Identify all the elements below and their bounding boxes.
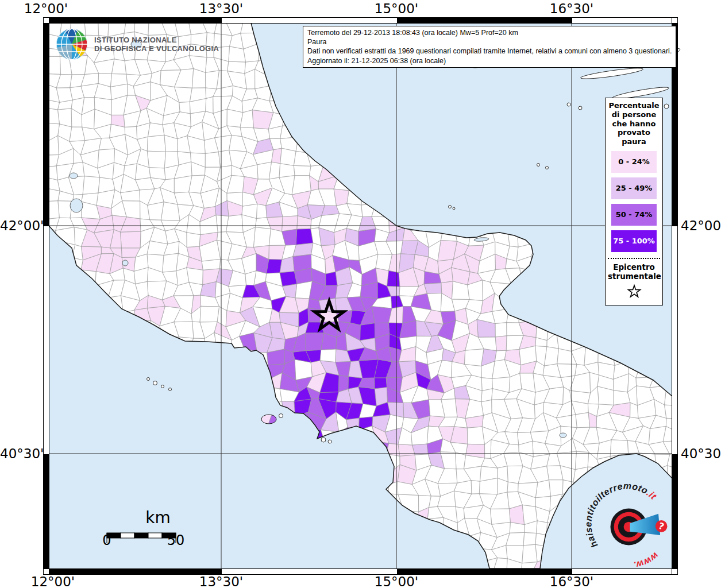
- ingv-wordmark-line1: ISTITUTO NAZIONALE: [94, 36, 219, 44]
- axis-label-left-4030: 40°30': [0, 446, 40, 461]
- legend-title: di persone: [608, 110, 660, 119]
- legend-swatch-25-49: 25 - 49%: [611, 177, 657, 199]
- legend-epicenter-label: Epicentro: [608, 262, 660, 272]
- earthquake-info-box: Terremoto del 29-12-2013 18:08:43 (ora l…: [303, 26, 676, 68]
- ingv-wordmark-line2: DI GEOFISICA E VULCANOLOGIA: [94, 44, 219, 53]
- axis-label-bottom-1630: 16°30': [550, 574, 593, 588]
- haisentitoilterremoto-logo: ? haisentitoilterremoto.it www.: [583, 481, 677, 575]
- ingv-globe-icon: [55, 27, 89, 61]
- scale-bar-unit: km: [109, 508, 207, 527]
- axis-label-bottom-1330: 13°30': [199, 574, 243, 588]
- scale-bar-graphic: [92, 528, 224, 546]
- legend-title: provato: [608, 128, 660, 137]
- axis-label-bottom-1500: 15°00': [375, 574, 418, 588]
- legend-title: paura: [608, 137, 660, 146]
- frame-corner: [43, 17, 49, 24]
- axis-label-right-42: 42°00': [681, 218, 721, 233]
- axis-label-top-12: 12°00': [24, 1, 68, 16]
- legend-swatch-0-24: 0 - 24%: [611, 151, 657, 173]
- frame-band-left: [43, 17, 49, 575]
- legend-epicenter-label: strumentale: [608, 272, 660, 281]
- logo-www-text: www.: [633, 551, 660, 570]
- ingv-wordmark: ISTITUTO NAZIONALE DI GEOFISICA E VULCAN…: [94, 36, 219, 53]
- scale-bar-end: 50: [167, 532, 185, 548]
- legend-title: Percentuale: [608, 101, 660, 110]
- info-line-updated: Aggiornato il: 21-12-2025 06:38 (ora loc…: [307, 56, 672, 65]
- info-line-event: Terremoto del 29-12-2013 18:08:43 (ora l…: [307, 28, 672, 37]
- frame-band-top: [43, 17, 678, 24]
- scale-bar: km 0 50: [92, 508, 224, 546]
- info-line-source: Dati non verificati estratti da 1969 que…: [307, 47, 672, 56]
- axis-label-top-1500: 15°00': [375, 1, 418, 16]
- axis-label-top-1630: 16°30': [550, 1, 593, 16]
- ingv-logo: ISTITUTO NAZIONALE DI GEOFISICA E VULCAN…: [55, 27, 219, 61]
- legend-swatch-75-100: 75 - 100%: [611, 230, 657, 252]
- axis-label-top-1330: 13°30': [199, 1, 243, 16]
- legend-separator: [608, 258, 660, 259]
- felt-report-map-page: 12°00' 13°30' 15°00' 16°30' 12°00' 13°30…: [0, 0, 721, 588]
- legend-title: che hanno: [608, 119, 660, 129]
- info-line-type: Paura: [307, 37, 672, 47]
- axis-label-left-42: 42°00': [0, 218, 40, 233]
- axis-label-bottom-12: 12°00': [31, 574, 75, 588]
- scale-bar-start: 0: [102, 532, 111, 548]
- frame-corner: [672, 17, 678, 24]
- legend-swatch-50-74: 50 - 74%: [611, 204, 657, 226]
- legend-panel: Percentuale di persone che hanno provato…: [605, 98, 663, 305]
- axis-label-right-4030: 40°30': [681, 446, 721, 461]
- svg-text:www.: www.: [633, 551, 660, 570]
- legend-star-icon: [626, 283, 642, 299]
